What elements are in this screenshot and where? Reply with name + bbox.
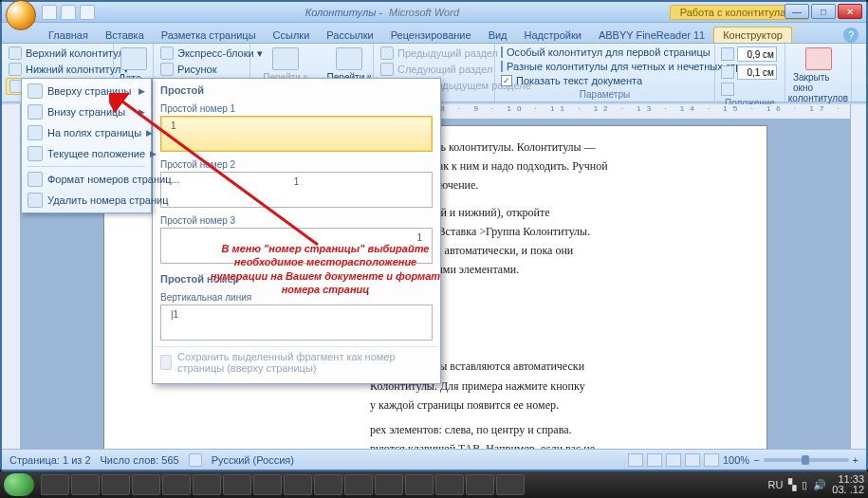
close-button[interactable]: ✕ [838, 4, 862, 19]
gallery-item-vline[interactable]: |1 [160, 304, 433, 341]
pos-bottom-icon [28, 104, 43, 120]
checkbox-icon [501, 61, 503, 72]
tab-design[interactable]: Конструктор [713, 27, 792, 43]
insert-align-tab[interactable] [719, 82, 781, 97]
tab-addins[interactable]: Надстройки [516, 28, 590, 43]
odd-even-checkbox[interactable]: Разные колонтитулы для четных и нечетных… [499, 60, 711, 73]
taskbar-item[interactable] [193, 474, 221, 495]
header-from-top[interactable] [719, 46, 781, 63]
window-title: Колонтитулы - Microsoft Word [95, 7, 670, 18]
quick-parts-button[interactable]: Экспресс-блоки ▾ [157, 46, 246, 61]
taskbar-item[interactable] [162, 474, 191, 495]
help-icon[interactable]: ? [843, 28, 859, 43]
taskbar-item[interactable] [132, 474, 160, 495]
system-tray[interactable]: RU ▚ ▯ 🔊 11:33 03. .12 [767, 474, 864, 495]
footer-button[interactable]: Нижний колонтитул ▾ [6, 62, 109, 77]
taskbar-item[interactable] [375, 474, 403, 495]
undo-icon[interactable] [61, 5, 76, 20]
network-icon[interactable]: ▯ [802, 479, 807, 491]
view-read-icon[interactable] [647, 453, 662, 467]
tab-mailings[interactable]: Рассылки [318, 28, 381, 43]
taskbar-item[interactable] [466, 474, 494, 495]
tab-view[interactable]: Вид [480, 28, 516, 43]
page-number-menu: Вверху страницы▶ Внизу страницы▶ На поля… [21, 78, 152, 213]
taskbar-item[interactable] [41, 474, 69, 495]
taskbar-item[interactable] [405, 474, 434, 495]
prev-section-button: Предыдущий раздел [378, 46, 490, 61]
save-icon[interactable] [42, 5, 57, 20]
menu-remove-page-numbers[interactable]: Удалить номера страниц [24, 190, 149, 211]
checkbox-icon [501, 46, 503, 58]
gallery-save-selection: Сохранить выделенный фрагмент как номер … [155, 346, 438, 378]
vertical-scrollbar[interactable] [850, 104, 866, 449]
view-draft-icon[interactable] [704, 453, 719, 467]
start-button[interactable] [4, 473, 34, 496]
taskbar-item[interactable] [496, 474, 525, 495]
quick-access-toolbar [42, 5, 95, 20]
page-number-gallery: Простой Простой номер 1 1 Простой номер … [152, 78, 441, 384]
zoom-out-button[interactable]: − [753, 454, 759, 466]
show-text-checkbox[interactable]: ✓Показать текст документа [499, 74, 711, 87]
gallery-item-simple-2[interactable]: 1 [160, 172, 433, 208]
status-page[interactable]: Страница: 1 из 2 [9, 454, 91, 466]
header-button[interactable]: Верхний колонтитул ▾ [6, 46, 109, 61]
taskbar-item[interactable] [344, 474, 373, 495]
menu-bottom-of-page[interactable]: Внизу страницы▶ [24, 101, 149, 122]
view-outline-icon[interactable] [685, 453, 700, 467]
taskbar-item[interactable] [314, 474, 342, 495]
status-bar: Страница: 1 из 2 Число слов: 565 Русский… [2, 449, 866, 470]
zoom-slider[interactable] [764, 458, 849, 462]
tab-abbyy[interactable]: ABBYY FineReader 11 [590, 28, 713, 43]
zoom-level[interactable]: 100% [723, 454, 749, 466]
vertical-ruler[interactable] [2, 104, 21, 449]
taskbar-item[interactable] [253, 474, 282, 495]
taskbar-item[interactable] [284, 474, 312, 495]
redo-icon[interactable] [80, 5, 95, 20]
remove-icon [28, 193, 43, 208]
tab-references[interactable]: Ссылки [265, 28, 319, 43]
taskbar-item[interactable] [71, 474, 100, 495]
zoom-in-button[interactable]: + [853, 454, 859, 466]
taskbar-item[interactable] [223, 474, 251, 495]
maximize-button[interactable]: □ [811, 4, 836, 19]
tray-date[interactable]: 03. .12 [832, 485, 864, 495]
view-print-icon[interactable] [628, 453, 643, 467]
close-header-footer-button[interactable]: Закрыть окноколонтитулов [789, 46, 847, 105]
gallery-item-label: Простой номер 3 [160, 213, 433, 228]
view-web-icon[interactable] [666, 453, 681, 467]
taskbar-item[interactable] [102, 474, 130, 495]
tab-home[interactable]: Главная [40, 28, 97, 43]
close-hf-icon [805, 47, 832, 70]
menu-format-page-numbers[interactable]: Формат номеров страниц... [24, 169, 149, 190]
tab-icon [721, 83, 734, 96]
status-words[interactable]: Число слов: 565 [101, 454, 179, 466]
body-text: у каждой страницы появится ее номер. [370, 397, 729, 413]
taskbar-item[interactable] [435, 474, 464, 495]
tab-insert[interactable]: Вставка [97, 28, 153, 43]
first-page-checkbox[interactable]: Особый колонтитул для первой страницы [499, 46, 711, 59]
tab-review[interactable]: Рецензирование [382, 28, 480, 43]
blocks-icon [160, 46, 174, 60]
volume-icon[interactable]: 🔊 [813, 479, 826, 491]
picture-button[interactable]: Рисунок [157, 62, 246, 77]
body-text: руются клавишей TAB. Например, если вас … [370, 441, 729, 449]
chevron-right-icon: ▶ [139, 86, 145, 96]
tray-language[interactable]: RU [767, 479, 783, 490]
tab-page-layout[interactable]: Разметка страницы [153, 28, 265, 43]
body-text: рех элементов: слева, по центру и справа… [370, 422, 729, 437]
gallery-item-simple-1[interactable]: 1 [160, 116, 433, 152]
flag-icon[interactable]: ▚ [788, 479, 796, 491]
next-icon [380, 63, 394, 76]
menu-current-position[interactable]: Текущее положение▶ [24, 143, 149, 164]
footer-from-bottom[interactable] [719, 64, 781, 81]
spellcheck-icon[interactable] [189, 453, 202, 467]
chevron-right-icon: ▶ [139, 107, 145, 117]
spin-top-icon [721, 47, 734, 61]
menu-top-of-page[interactable]: Вверху страницы▶ [24, 81, 149, 101]
menu-page-margins[interactable]: На полях страницы▶ [24, 122, 149, 143]
status-language[interactable]: Русский (Россия) [212, 454, 294, 466]
minimize-button[interactable]: — [785, 4, 809, 19]
office-button[interactable] [6, 0, 36, 30]
picture-icon [160, 63, 174, 76]
annotation-text: В меню "номер страницы" выбирайте необхо… [207, 242, 444, 296]
